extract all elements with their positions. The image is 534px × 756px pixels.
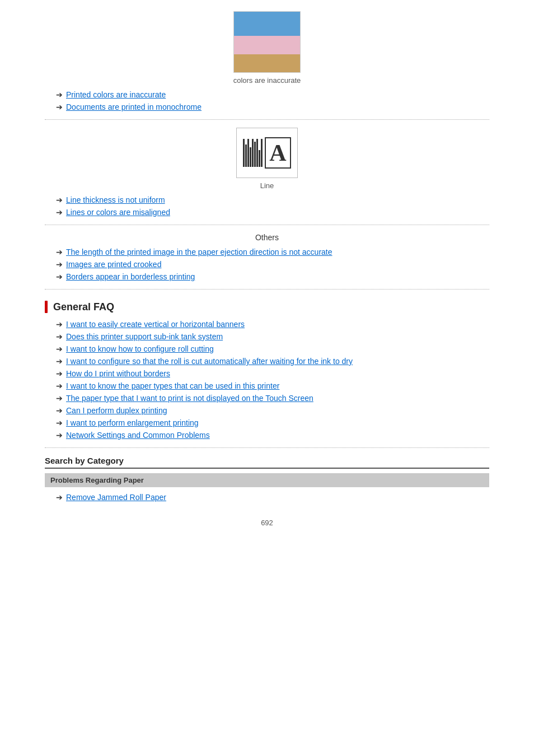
colors-image-label: colors are inaccurate (233, 76, 301, 85)
monochrome-link[interactable]: Documents are printed in monochrome (66, 102, 202, 111)
images-crooked-link[interactable]: Images are printed crooked (66, 260, 161, 269)
category-header: Problems Regarding Paper (45, 473, 489, 487)
list-item: ➔ The paper type that I want to print is… (56, 394, 489, 403)
lines-misaligned-link[interactable]: Lines or colors are misaligned (66, 208, 170, 217)
paper-length-link[interactable]: The length of the printed image in the p… (66, 248, 332, 256)
arrow-icon: ➔ (56, 102, 63, 111)
colors-section: colors are inaccurate (45, 11, 489, 85)
list-item: ➔ I want to know how to configure roll c… (56, 344, 489, 353)
line-thickness-link[interactable]: Line thickness is not uniform (66, 195, 165, 204)
list-item: ➔ Lines or colors are misaligned (56, 208, 489, 217)
list-item: ➔ Network Settings and Common Problems (56, 431, 489, 440)
faq-link-1[interactable]: Does this printer support sub-ink tank s… (66, 332, 223, 341)
faq-link-7[interactable]: Can I perform duplex printing (66, 406, 167, 415)
list-item: ➔ I want to configure so that the roll i… (56, 357, 489, 366)
faq-title-text: General FAQ (53, 301, 114, 313)
list-item: ➔ The length of the printed image in the… (56, 248, 489, 256)
line-link-list: ➔ Line thickness is not uniform ➔ Lines … (56, 195, 489, 217)
arrow-icon: ➔ (56, 381, 63, 390)
category-title: Search by Category (45, 456, 489, 469)
faq-link-8[interactable]: I want to perform enlargement printing (66, 418, 199, 427)
list-item: ➔ Printed colors are inaccurate (56, 90, 489, 99)
list-item: ➔ How do I print without borders (56, 369, 489, 378)
arrow-icon: ➔ (56, 320, 63, 329)
line-section: A Line (45, 128, 489, 190)
divider (45, 447, 489, 448)
arrow-icon: ➔ (56, 369, 63, 378)
faq-link-0[interactable]: I want to easily create vertical or hori… (66, 320, 245, 329)
faq-title-bar (45, 301, 48, 313)
list-item: ➔ I want to perform enlargement printing (56, 418, 489, 427)
others-link-list: ➔ The length of the printed image in the… (56, 248, 489, 281)
faq-link-3[interactable]: I want to configure so that the roll is … (66, 357, 353, 366)
faq-title: General FAQ (45, 301, 489, 313)
arrow-icon: ➔ (56, 406, 63, 415)
arrow-icon: ➔ (56, 344, 63, 353)
page-number: 692 (45, 519, 489, 527)
list-item: ➔ Does this printer support sub-ink tank… (56, 332, 489, 341)
category-link-list: ➔ Remove Jammed Roll Paper (56, 493, 489, 502)
list-item: ➔ Line thickness is not uniform (56, 195, 489, 204)
divider (45, 225, 489, 225)
colors-link-list: ➔ Printed colors are inaccurate ➔ Docume… (56, 90, 489, 111)
borders-appear-link[interactable]: Borders appear in borderless printing (66, 272, 195, 281)
list-item: ➔ Documents are printed in monochrome (56, 102, 489, 111)
arrow-icon: ➔ (56, 418, 63, 427)
line-image-label: Line (260, 181, 274, 190)
barcode-visual (243, 139, 263, 167)
line-image: A (236, 128, 298, 178)
divider (45, 119, 489, 120)
arrow-icon: ➔ (56, 493, 63, 502)
remove-jammed-link[interactable]: Remove Jammed Roll Paper (66, 493, 166, 502)
letter-a-visual: A (265, 137, 291, 169)
list-item: ➔ Borders appear in borderless printing (56, 272, 489, 281)
arrow-icon: ➔ (56, 357, 63, 366)
faq-link-6[interactable]: The paper type that I want to print is n… (66, 394, 313, 403)
arrow-icon: ➔ (56, 208, 63, 217)
list-item: ➔ Images are printed crooked (56, 260, 489, 269)
faq-link-9[interactable]: Network Settings and Common Problems (66, 431, 210, 440)
arrow-icon: ➔ (56, 248, 63, 256)
faq-link-list: ➔ I want to easily create vertical or ho… (56, 320, 489, 440)
arrow-icon: ➔ (56, 332, 63, 341)
arrow-icon: ➔ (56, 90, 63, 99)
list-item: ➔ Can I perform duplex printing (56, 406, 489, 415)
arrow-icon: ➔ (56, 260, 63, 269)
list-item: ➔ Remove Jammed Roll Paper (56, 493, 489, 502)
others-label: Others (45, 233, 489, 242)
faq-link-2[interactable]: I want to know how to configure roll cut… (66, 344, 214, 353)
category-section: Search by Category Problems Regarding Pa… (45, 456, 489, 502)
faq-link-4[interactable]: How do I print without borders (66, 369, 170, 378)
arrow-icon: ➔ (56, 394, 63, 403)
faq-link-5[interactable]: I want to know the paper types that can … (66, 381, 279, 390)
arrow-icon: ➔ (56, 272, 63, 281)
colors-image (233, 11, 301, 73)
list-item: ➔ I want to know the paper types that ca… (56, 381, 489, 390)
faq-section: General FAQ ➔ I want to easily create ve… (45, 301, 489, 440)
printed-colors-link[interactable]: Printed colors are inaccurate (66, 90, 166, 99)
arrow-icon: ➔ (56, 195, 63, 204)
arrow-icon: ➔ (56, 431, 63, 440)
divider (45, 289, 489, 290)
list-item: ➔ I want to easily create vertical or ho… (56, 320, 489, 329)
